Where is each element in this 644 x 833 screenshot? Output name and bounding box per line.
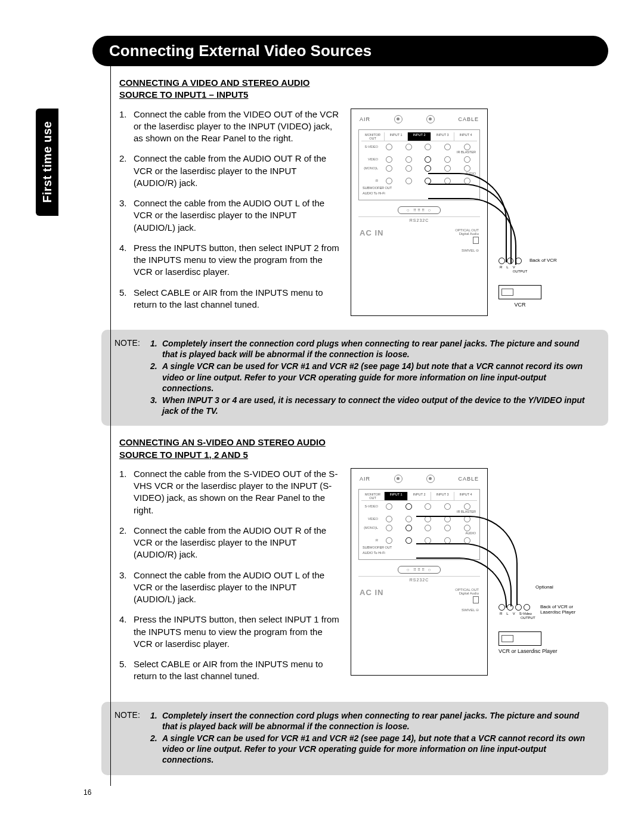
side-tab: First time use: [36, 109, 58, 216]
section1-heading: CONNECTING A VIDEO AND STEREO AUDIO SOUR…: [119, 77, 608, 101]
coax-icon: [394, 475, 402, 483]
vcr-icon: [499, 285, 541, 299]
diagram-2: AIR CABLE MONITOR OUT INPUT 1 INPUT 2 IN…: [351, 468, 608, 677]
section1-steps: 1.Connect the cable from the VIDEO OUT o…: [119, 109, 340, 320]
note-box-1: NOTE: 1.Completely insert the connection…: [101, 330, 608, 426]
page-title: Connecting External Video Sources: [92, 36, 608, 66]
page-number: 16: [83, 788, 91, 797]
vertical-rule: [110, 60, 111, 786]
side-tab-label: First time use: [41, 121, 54, 203]
vcr-icon: [499, 631, 541, 646]
note-box-2: NOTE: 1.Completely insert the connection…: [101, 702, 608, 775]
coax-icon: [426, 475, 435, 483]
coax-icon: [394, 115, 402, 123]
section2-steps: 1.Connect the cable from the S-VIDEO OUT…: [119, 468, 340, 691]
coax-icon: [426, 115, 435, 123]
section2-heading: CONNECTING AN S-VIDEO AND STEREO AUDIO S…: [119, 436, 608, 461]
external-device-1: RLV OUTPUT VCR: [499, 258, 541, 308]
diagram-1: AIR CABLE MONITOR OUT INPUT 1 INPUT 2 IN…: [351, 109, 608, 317]
